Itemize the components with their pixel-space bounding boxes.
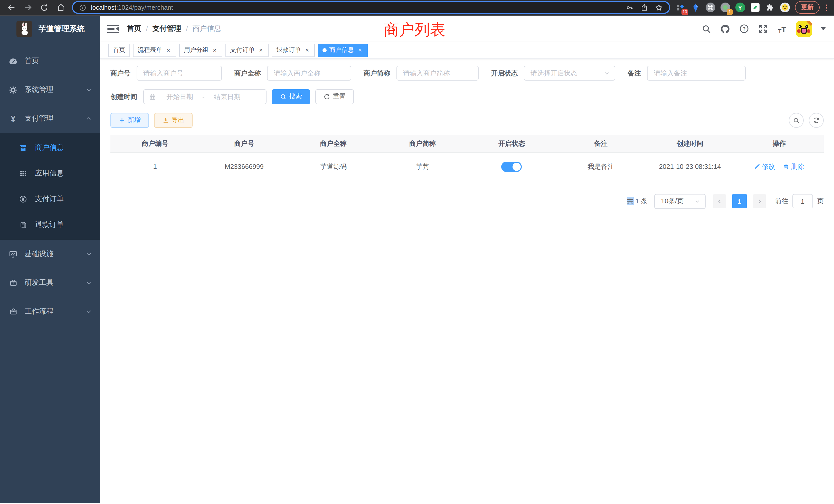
toggle-search-button[interactable] [789, 113, 804, 128]
sidebar-item-home[interactable]: 首页 [0, 47, 100, 75]
breadcrumb-home[interactable]: 首页 [127, 24, 141, 33]
bookmark-star-icon[interactable] [655, 3, 663, 12]
status-label: 开启状态 [491, 69, 518, 78]
arrow-left-icon [7, 3, 16, 12]
app-title: 芋道管理系统 [39, 24, 85, 33]
browser-menu-icon[interactable]: ⋮ [823, 3, 830, 12]
fullscreen-icon[interactable] [758, 24, 768, 34]
sidebar-item-label: 支付订单 [35, 194, 100, 204]
sidebar-submenu-payment: 商户信息 应用信息 支付订单 [0, 133, 100, 240]
extension-notes-icon[interactable] [750, 2, 760, 13]
short-name-input[interactable] [396, 66, 479, 81]
add-button[interactable]: 新增 [110, 113, 149, 128]
tab-refund-orders[interactable]: 退款订单× [272, 43, 315, 57]
tab-close-icon[interactable]: × [357, 47, 363, 53]
avatar-caret-icon[interactable] [821, 27, 826, 33]
extension-badge: 10 [681, 9, 688, 15]
edit-button[interactable]: 修改 [754, 162, 775, 171]
col-remark: 备注 [556, 135, 645, 153]
sidebar-collapse-icon[interactable] [107, 24, 118, 33]
tab-process-form[interactable]: 流程表单× [133, 43, 176, 57]
full-name-input[interactable] [267, 66, 351, 81]
status-select[interactable]: 请选择开启状态 [524, 66, 615, 81]
sidebar-item-app-info[interactable]: 应用信息 [0, 161, 100, 186]
tab-home[interactable]: 首页 [108, 43, 130, 57]
header-search-icon[interactable] [701, 24, 711, 34]
breadcrumb-payment[interactable]: 支付管理 [153, 24, 181, 33]
toolbox-icon [9, 278, 18, 287]
sidebar-item-workflow[interactable]: 工作流程 [0, 297, 100, 326]
user-avatar[interactable] [796, 21, 812, 37]
merchant-no-label: 商户号 [110, 69, 130, 78]
table-toolbar: 新增 导出 [110, 113, 824, 128]
browser-forward-button[interactable] [22, 1, 34, 14]
sidebar-item-label: 首页 [25, 56, 92, 66]
prev-page-button[interactable] [713, 194, 726, 208]
extension-y-icon[interactable]: Y [735, 2, 745, 13]
create-time-range-picker[interactable]: - [143, 89, 266, 104]
next-page-button[interactable] [753, 194, 766, 208]
search-button[interactable]: 搜索 [272, 89, 310, 104]
goto-page-input[interactable] [792, 194, 813, 208]
github-icon[interactable] [720, 24, 730, 34]
cell-actions: 修改 删除 [734, 153, 824, 181]
sidebar-item-dev-tools[interactable]: 研发工具 [0, 269, 100, 297]
tab-close-icon[interactable]: × [166, 47, 172, 53]
sidebar-item-infrastructure[interactable]: 基础设施 [0, 240, 100, 269]
tab-close-icon[interactable]: × [212, 47, 218, 53]
reset-button[interactable]: 重置 [315, 89, 354, 104]
extension-tasks-icon[interactable]: 10 [675, 2, 686, 13]
sidebar-item-system[interactable]: 系统管理 [0, 75, 100, 104]
browser-back-button[interactable] [5, 1, 18, 14]
help-icon[interactable]: ? [739, 24, 749, 34]
extension-pin-icon[interactable] [690, 2, 701, 13]
tags-view-bar: 首页 流程表单× 用户分组× 支付订单× 退款订单× 商户信息× [100, 42, 834, 59]
status-toggle[interactable] [502, 161, 522, 172]
sidebar-item-pay-orders[interactable]: 支付订单 [0, 186, 100, 212]
sidebar-item-payment[interactable]: ¥ 支付管理 [0, 104, 100, 133]
chevron-down-icon [86, 251, 92, 257]
tab-close-icon[interactable]: × [258, 47, 264, 53]
merchant-no-input[interactable] [137, 66, 222, 81]
extensions-puzzle-icon[interactable] [765, 2, 775, 13]
sidebar-item-merchant-info[interactable]: 商户信息 [0, 135, 100, 161]
font-size-icon[interactable]: TT [777, 24, 787, 34]
password-key-icon[interactable] [626, 3, 634, 12]
browser-address-bar[interactable]: localhost:1024/pay/merchant [72, 1, 670, 14]
extension-command-icon[interactable] [705, 2, 716, 13]
briefcase-icon [9, 307, 18, 316]
page-size-select[interactable]: 10条/页 [654, 194, 706, 209]
arrow-right-icon [23, 3, 32, 12]
chevron-up-icon [86, 115, 92, 122]
col-full-name: 商户全称 [289, 135, 378, 153]
cell-remark: 我是备注 [556, 153, 645, 181]
tab-user-group[interactable]: 用户分组× [179, 43, 222, 57]
tab-close-icon[interactable]: × [304, 47, 310, 53]
browser-reload-button[interactable] [38, 1, 50, 14]
monitor-chart-icon [9, 250, 18, 258]
extension-badge: 1 [727, 9, 733, 15]
tab-pay-orders[interactable]: 支付订单× [225, 43, 269, 57]
page-number-1[interactable]: 1 [732, 194, 747, 208]
refresh-table-button[interactable] [809, 113, 824, 128]
start-date-input[interactable] [160, 93, 199, 100]
sidebar-item-refund-orders[interactable]: 退款订单 [0, 212, 100, 238]
delete-button[interactable]: 删除 [783, 162, 804, 171]
app-logo[interactable]: 芋道管理系统 [0, 16, 100, 42]
end-date-input[interactable] [208, 93, 247, 100]
gear-icon [9, 86, 18, 94]
export-button[interactable]: 导出 [154, 113, 193, 128]
profile-avatar-icon[interactable] [780, 2, 790, 13]
tab-merchant-info[interactable]: 商户信息× [318, 43, 368, 57]
site-info-icon[interactable] [79, 4, 86, 11]
sidebar: 芋道管理系统 首页 系统管理 [0, 16, 100, 503]
extension-recorder-icon[interactable]: 1 [720, 2, 730, 13]
browser-home-button[interactable] [54, 1, 67, 14]
breadcrumb: 首页 / 支付管理 / 商户信息 [127, 24, 221, 33]
share-icon[interactable] [640, 4, 648, 11]
grid-table-icon [19, 169, 27, 178]
cell-status [467, 153, 556, 181]
page-content: 商户号 商户全称 商户简称 开启状态 请选择开启状态 [100, 59, 834, 209]
remark-input[interactable] [647, 66, 746, 81]
browser-update-button[interactable]: 更新 [795, 1, 820, 14]
